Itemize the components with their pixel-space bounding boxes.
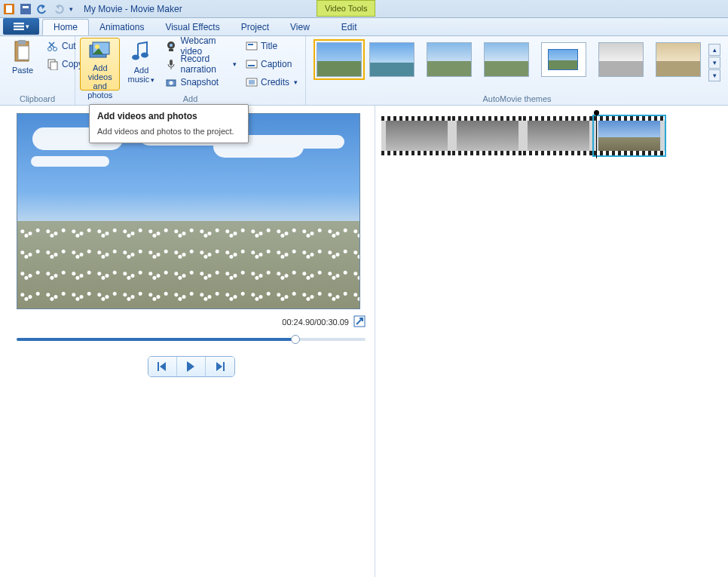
chevron-down-icon: ▾ [151, 76, 154, 84]
title-label: Title [261, 41, 277, 51]
record-narration-button[interactable]: Record narration▾ [162, 56, 240, 72]
svg-point-11 [48, 48, 52, 51]
svg-rect-5 [14, 23, 24, 24]
undo-icon[interactable] [36, 3, 48, 15]
credits-label: Credits [261, 77, 289, 87]
group-clipboard-label: Clipboard [5, 94, 70, 105]
save-icon[interactable] [20, 3, 32, 15]
preview-seek-slider[interactable] [17, 338, 366, 342]
webcam-icon [165, 40, 177, 52]
credits-button[interactable]: Credits▾ [243, 74, 301, 91]
svg-rect-2 [20, 4, 31, 14]
copy-icon [47, 58, 59, 70]
credits-icon [246, 76, 258, 88]
svg-rect-23 [170, 60, 173, 66]
redo-icon[interactable] [53, 3, 65, 15]
paste-icon [11, 40, 35, 64]
svg-rect-27 [246, 42, 257, 50]
tooltip-body: Add videos and photos to the project. [97, 126, 240, 137]
tooltip-add-videos-photos: Add videos and photos Add videos and pho… [89, 104, 249, 143]
paste-label: Paste [12, 66, 33, 75]
fullscreen-icon[interactable] [353, 315, 366, 329]
storyboard[interactable] [381, 116, 722, 155]
group-add-label: Add [80, 94, 301, 105]
slider-thumb[interactable] [291, 335, 300, 344]
tooltip-title: Add videos and photos [97, 111, 240, 121]
svg-point-21 [170, 44, 173, 47]
svg-point-17 [95, 45, 99, 49]
svg-point-12 [54, 48, 57, 51]
svg-rect-36 [158, 362, 159, 371]
window-title: My Movie - Movie Maker [84, 4, 182, 14]
tab-project[interactable]: Project [231, 19, 280, 35]
paste-button[interactable]: Paste [5, 38, 41, 91]
play-button[interactable] [177, 357, 206, 376]
svg-rect-7 [14, 29, 24, 30]
app-icon [3, 3, 15, 15]
webcam-video-button[interactable]: Webcam video [162, 38, 240, 54]
theme-thumb-3[interactable] [427, 42, 472, 77]
next-frame-button[interactable] [206, 357, 234, 376]
timeline-pane [375, 106, 728, 577]
theme-thumb-5[interactable] [541, 42, 586, 77]
microphone-icon [165, 58, 177, 70]
file-menu-button[interactable]: ▾ [3, 18, 39, 35]
theme-gallery-more[interactable]: ▾ [708, 69, 720, 81]
playback-controls [148, 356, 235, 377]
svg-rect-22 [169, 49, 173, 51]
tab-home[interactable]: Home [42, 19, 89, 35]
timeline-clip-1[interactable] [381, 116, 452, 155]
snapshot-icon [165, 76, 177, 88]
add-music-label2: music [128, 75, 150, 84]
svg-rect-6 [14, 26, 24, 27]
chevron-down-icon: ▾ [294, 78, 298, 86]
tab-view[interactable]: View [280, 19, 320, 35]
theme-thumb-7[interactable] [656, 42, 701, 77]
group-add: Add videos and photos Add music▾ Webcam … [75, 36, 306, 105]
preview-pane: 00:24.90/00:30.09 [0, 106, 375, 577]
group-automovie-themes: ▴ ▾ ▾ AutoMovie themes [306, 36, 728, 105]
theme-scroll-down[interactable]: ▾ [708, 57, 720, 69]
theme-thumb-2[interactable] [369, 42, 414, 77]
cut-icon [47, 40, 59, 52]
svg-point-26 [170, 81, 173, 85]
theme-thumb-1[interactable] [317, 42, 362, 77]
caption-button[interactable]: Caption [243, 56, 301, 72]
tab-edit[interactable]: Edit [331, 19, 368, 35]
theme-gallery-scroll: ▴ ▾ ▾ [708, 44, 720, 81]
ribbon-tabs: ▾ Home Animations Visual Effects Project… [0, 18, 728, 36]
theme-thumb-4[interactable] [484, 42, 529, 77]
ribbon: Paste Cut Copy Clipboard Add vide [0, 36, 728, 106]
snapshot-button[interactable]: Snapshot [162, 74, 240, 91]
add-videos-photos-button[interactable]: Add videos and photos [80, 38, 120, 91]
svg-rect-29 [246, 60, 257, 68]
tab-animations[interactable]: Animations [89, 19, 154, 35]
context-tab-video-tools: Video Tools [317, 0, 375, 17]
tab-visual-effects[interactable]: Visual Effects [154, 19, 230, 35]
timeline-clip-2[interactable] [452, 116, 523, 155]
svg-rect-14 [50, 62, 57, 70]
svg-rect-37 [223, 362, 225, 371]
group-clipboard: Paste Cut Copy Clipboard [0, 36, 75, 105]
add-videos-photos-label1: Add videos [84, 63, 116, 81]
prev-frame-button[interactable] [148, 357, 177, 376]
preview-time: 00:24.90/00:30.09 [282, 318, 349, 327]
timeline-playhead[interactable] [596, 113, 597, 158]
timeline-clip-3[interactable] [523, 116, 594, 155]
svg-rect-1 [6, 5, 12, 13]
timeline-clip-4[interactable] [594, 116, 665, 155]
theme-thumb-6[interactable] [598, 42, 644, 77]
add-music-button[interactable]: Add music▾ [123, 38, 159, 91]
qat-dropdown-icon[interactable]: ▾ [69, 5, 73, 13]
title-button[interactable]: Title [243, 38, 301, 54]
svg-point-19 [141, 53, 148, 58]
caption-icon [246, 58, 258, 70]
group-themes-label: AutoMovie themes [310, 94, 723, 105]
add-videos-photos-icon [88, 41, 112, 62]
record-narration-label: Record narration [180, 54, 228, 75]
titlebar: ▾ My Movie - Movie Maker Video Tools [0, 0, 728, 18]
main-area: 00:24.90/00:30.09 [0, 106, 728, 577]
snapshot-label: Snapshot [180, 77, 219, 87]
cut-label: Cut [62, 41, 76, 51]
theme-scroll-up[interactable]: ▴ [708, 44, 720, 56]
